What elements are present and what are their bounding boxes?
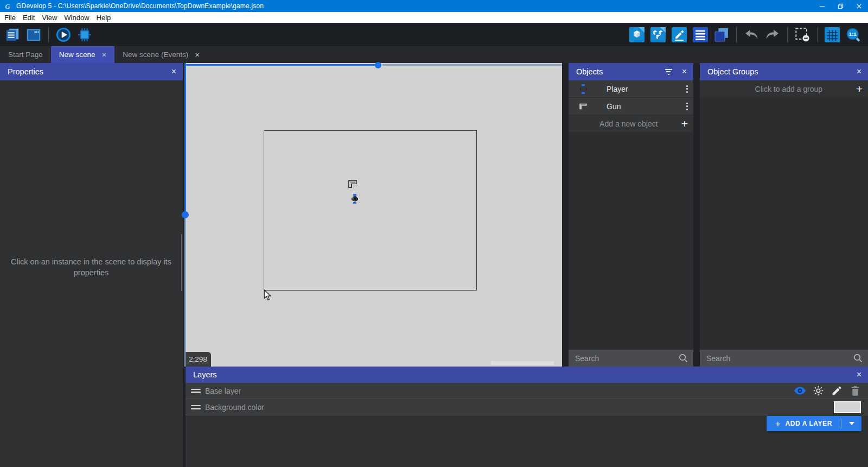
search-icon bbox=[853, 354, 863, 363]
close-properties-icon[interactable]: × bbox=[171, 67, 176, 77]
layers-panel: Layers × Base layer Backgr bbox=[186, 367, 868, 467]
menu-item-view[interactable]: View bbox=[42, 14, 62, 22]
add-group-button[interactable]: Click to add a group + bbox=[700, 80, 868, 97]
add-new-object-button[interactable]: Add a new object + bbox=[569, 115, 693, 132]
add-layer-dropdown-button[interactable] bbox=[841, 416, 861, 431]
objects-search-input[interactable] bbox=[575, 354, 679, 363]
canvas-vscrollbar[interactable] bbox=[184, 63, 186, 213]
tab-close-icon[interactable]: × bbox=[102, 51, 107, 59]
player-instance[interactable] bbox=[351, 194, 359, 204]
toggle-objects-panel-button[interactable] bbox=[629, 27, 645, 43]
minimize-icon bbox=[819, 3, 825, 9]
object-menu-icon[interactable] bbox=[686, 85, 688, 93]
menu-item-file[interactable]: File bbox=[4, 14, 21, 22]
window-view-button[interactable] bbox=[25, 27, 42, 43]
toggle-object-groups-panel-button[interactable] bbox=[650, 27, 666, 43]
add-group-label: Click to add a group bbox=[722, 85, 856, 93]
drag-handle-icon[interactable] bbox=[191, 405, 201, 409]
groups-search-bar bbox=[700, 350, 868, 367]
tab-new-scene[interactable]: New scene × bbox=[51, 46, 115, 63]
instances-list-button[interactable] bbox=[713, 27, 730, 43]
add-object-label: Add a new object bbox=[576, 119, 681, 128]
play-icon bbox=[56, 27, 71, 42]
groups-search-input[interactable] bbox=[706, 354, 853, 363]
object-row-player[interactable]: Player bbox=[569, 80, 693, 97]
object-menu-icon[interactable] bbox=[686, 103, 688, 110]
window-controls bbox=[813, 0, 868, 12]
undo-button[interactable] bbox=[743, 27, 760, 43]
add-layer-label: ADD A LAYER bbox=[785, 420, 832, 427]
objects-panel: Objects × Player Gun Add a new object + bbox=[569, 63, 693, 367]
layer-effects-icon[interactable] bbox=[813, 385, 824, 396]
instances-stack-icon bbox=[714, 27, 729, 42]
plus-icon: + bbox=[681, 118, 688, 129]
layer-edit-pencil-icon[interactable] bbox=[831, 385, 843, 396]
tab-start-page[interactable]: Start Page bbox=[0, 46, 51, 63]
objects-panel-title: Objects bbox=[576, 67, 603, 76]
close-button[interactable] bbox=[850, 0, 868, 12]
layers-panel-title: Layers bbox=[193, 370, 217, 379]
layer-visibility-eye-icon[interactable] bbox=[794, 385, 806, 396]
gun-instance[interactable] bbox=[348, 180, 358, 188]
background-color-swatch[interactable] bbox=[834, 401, 861, 413]
deselect-icon bbox=[795, 27, 810, 42]
toggle-layers-panel-button[interactable] bbox=[692, 27, 709, 43]
layer-name: Base layer bbox=[205, 387, 241, 395]
zoom-reset-button[interactable]: 1:1 bbox=[845, 27, 861, 43]
object-row-gun[interactable]: Gun bbox=[569, 98, 693, 115]
close-object-groups-icon[interactable]: × bbox=[857, 67, 861, 77]
minimize-button[interactable] bbox=[813, 0, 831, 12]
layer-row-background-color[interactable]: Background color bbox=[186, 399, 868, 415]
properties-scrollbar[interactable] bbox=[181, 234, 182, 291]
preview-play-button[interactable] bbox=[55, 27, 72, 43]
properties-empty-message: Click on an instance in the scene to dis… bbox=[10, 256, 173, 278]
tab-close-icon[interactable]: × bbox=[195, 51, 200, 59]
redo-arrow-icon bbox=[765, 27, 780, 42]
gdevelop-logo-icon: G bbox=[3, 2, 12, 10]
close-icon bbox=[856, 3, 862, 9]
layer-row-base[interactable]: Base layer bbox=[186, 383, 868, 399]
title-bar: G GDevelop 5 - C:\Users\Sparkle\OneDrive… bbox=[0, 0, 868, 12]
toolbar-divider bbox=[817, 28, 818, 42]
canvas-hscrollbar-track[interactable] bbox=[382, 64, 562, 66]
menu-bar: File Edit View Window Help bbox=[0, 12, 868, 23]
menu-item-edit[interactable]: Edit bbox=[23, 14, 40, 22]
layer-delete-trash-icon[interactable] bbox=[850, 385, 861, 396]
toolbar-divider bbox=[736, 28, 737, 42]
grid-icon bbox=[825, 27, 840, 42]
filter-icon[interactable] bbox=[665, 69, 672, 75]
canvas-hscrollbar[interactable] bbox=[186, 64, 380, 66]
menu-item-help[interactable]: Help bbox=[97, 14, 116, 22]
project-manager-icon bbox=[5, 27, 20, 42]
project-manager-button[interactable] bbox=[4, 27, 21, 43]
window-icon bbox=[26, 27, 41, 42]
object-name: Player bbox=[607, 85, 628, 93]
player-object-icon bbox=[578, 84, 588, 94]
redo-button[interactable] bbox=[764, 27, 781, 43]
mouse-cursor bbox=[264, 289, 271, 301]
toggle-properties-panel-button[interactable] bbox=[671, 27, 687, 43]
canvas-bottom-scrollbar[interactable] bbox=[491, 361, 554, 365]
main-toolbar: 1:1 bbox=[0, 23, 868, 46]
close-layers-icon[interactable]: × bbox=[857, 370, 861, 380]
menu-item-window[interactable]: Window bbox=[64, 14, 94, 22]
restore-button[interactable] bbox=[831, 0, 850, 12]
clear-selection-button[interactable] bbox=[794, 27, 810, 43]
drag-handle-icon[interactable] bbox=[191, 389, 201, 393]
panel-splitter[interactable] bbox=[562, 63, 569, 367]
layers-list-icon bbox=[693, 27, 708, 42]
gun-object-icon bbox=[578, 102, 588, 111]
panel-splitter[interactable] bbox=[693, 63, 700, 367]
toolbar-divider bbox=[48, 28, 49, 42]
tab-new-scene-events[interactable]: New scene (Events) × bbox=[114, 46, 208, 63]
toggle-grid-button[interactable] bbox=[824, 27, 840, 43]
scene-editor-canvas[interactable]: 2;298 bbox=[186, 63, 562, 367]
debug-button[interactable] bbox=[76, 27, 93, 43]
canvas-vscrollbar-track[interactable] bbox=[184, 217, 186, 367]
objects-search-bar bbox=[569, 350, 693, 367]
canvas-vscrollbar-thumb[interactable] bbox=[182, 211, 189, 218]
scene-window-bounds bbox=[264, 130, 477, 291]
add-a-layer-button[interactable]: + ADD A LAYER bbox=[767, 416, 861, 431]
close-objects-icon[interactable]: × bbox=[682, 67, 687, 77]
canvas-hscrollbar-thumb[interactable] bbox=[375, 62, 381, 68]
